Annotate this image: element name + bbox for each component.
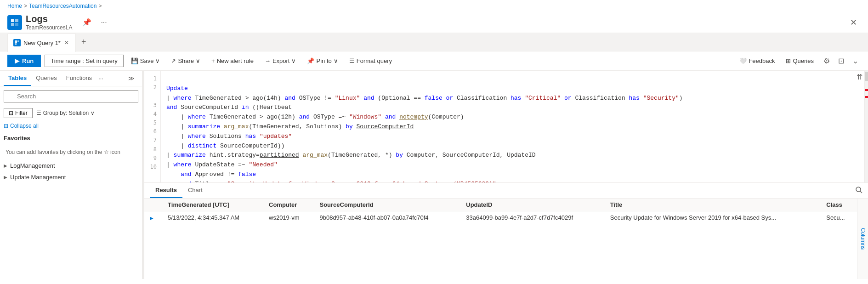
tree-item-log-management[interactable]: ▶ LogManagement [0,160,142,171]
run-button[interactable]: ▶ Run [7,55,41,67]
code-content[interactable]: Update | where TimeGenerated > ago(14h) … [161,71,864,182]
sidebar-content: ⊟ Collapse all Favorites You can add fav… [0,120,142,279]
format-query-button[interactable]: ☰ Format query [346,55,396,67]
row-expand-cell[interactable]: ▶ [144,211,162,224]
col-header-class[interactable]: Class [821,199,857,211]
svg-point-9 [856,187,861,192]
share-button[interactable]: ↗ Share ∨ [167,55,204,67]
expand-button[interactable]: ⌄ [850,54,861,68]
col-header-expand [144,199,162,211]
sidebar-search-area [0,86,142,106]
mini-map [864,71,868,182]
search-input[interactable] [4,90,138,102]
settings-button[interactable]: ⚙ [821,54,832,68]
pin-icon: 📌 [307,57,314,64]
results-table: TimeGenerated [UTC] Computer SourceCompu… [144,199,857,279]
results-search-icon[interactable] [855,186,862,195]
col-header-time-generated[interactable]: TimeGenerated [UTC] [162,199,263,211]
svg-rect-2 [11,23,14,26]
sidebar-tab-tables[interactable]: Tables [4,71,31,86]
sidebar-tab-functions[interactable]: Functions [62,71,96,86]
layout-button[interactable]: ⊡ [836,54,846,68]
tab-new-query-1[interactable]: New Query 1* ✕ [7,34,76,52]
queries-button[interactable]: ⊞ Queries [782,55,817,67]
tree-item-update-management[interactable]: ▶ Update Management [0,171,142,183]
cell-class: Secu... [821,211,857,224]
tree-item-label: LogManagement [10,162,55,169]
columns-label[interactable]: Columns [858,224,868,253]
toolbar-right: 🤍 Feedback ⊞ Queries ⚙ ⊡ ⌄ [736,54,861,68]
cell-time-generated: 5/13/2022, 4:34:45.347 AM [162,211,263,224]
sidebar-tabs-more[interactable]: ··· [96,71,105,86]
export-chevron: ∨ [291,57,296,64]
svg-rect-6 [15,43,17,45]
breadcrumb-resource[interactable]: TeamResourcesAutomation [29,3,96,9]
collapse-icon: ⊟ [4,123,8,129]
svg-rect-0 [11,19,14,22]
tab-close-button[interactable]: ✕ [63,39,70,47]
new-alert-button[interactable]: + New alert rule [208,55,257,67]
col-header-title[interactable]: Title [605,199,821,211]
results-tab-chart[interactable]: Chart [182,183,208,198]
collapse-all-button[interactable]: ⊟ Collapse all [0,120,42,132]
cell-source-computer-id: 9b08d957-ab48-410f-ab07-0a0a74fc70f4 [314,211,460,224]
tab-label: New Query 1* [23,40,61,46]
sidebar-tabs: Tables Queries Functions ··· ≫ [0,71,142,86]
columns-sidebar[interactable]: Columns [857,199,868,279]
pin-to-button[interactable]: 📌 Pin to ∨ [303,55,341,67]
sidebar-tab-queries[interactable]: Queries [31,71,62,86]
app-title-group: Logs TeamResourcesLA [26,14,72,31]
tab-icon [13,39,21,46]
sidebar-filters: ⊡ Filter ☰ Group by: Solution ∨ [0,106,142,120]
cell-title: Security Update for Windows Server 2019 … [605,211,821,224]
editor-area: 1 2 3 4 5 6 7 8 9 10 Update | where Time… [144,71,868,279]
svg-line-10 [860,191,862,193]
cell-computer: ws2019-vm [263,211,314,224]
main-layout: Tables Queries Functions ··· ≫ ⊡ Filter … [0,71,868,279]
more-options-btn[interactable]: ··· [98,17,109,28]
row-expand-icon[interactable]: ▶ [150,216,153,221]
pin-icon-btn[interactable]: 📌 [79,17,94,28]
filter-icon: ⊡ [9,110,13,116]
favorites-header: Favorites [0,132,142,144]
table-row[interactable]: ▶ 5/13/2022, 4:34:45.347 AM ws2019-vm 9b… [144,211,857,224]
breadcrumb-sep2: > [98,3,102,9]
filter-button[interactable]: ⊡ Filter [4,108,33,118]
sidebar-collapse-button[interactable]: ≫ [125,71,138,85]
col-header-update-id[interactable]: UpdateID [460,199,605,211]
time-range-button[interactable]: Time range : Set in query [45,55,123,67]
results-tab-results[interactable]: Results [150,183,182,198]
feedback-button[interactable]: 🤍 Feedback [736,55,778,67]
save-button[interactable]: 💾 Save ∨ [127,55,164,67]
toolbar: ▶ Run Time range : Set in query 💾 Save ∨… [0,51,868,71]
col-header-computer[interactable]: Computer [263,199,314,211]
run-icon: ▶ [15,57,19,64]
app-subtitle: TeamResourcesLA [26,24,72,31]
favorites-empty-message: You can add favorites by clicking on the… [0,144,142,160]
tab-bar: New Query 1* ✕ + [0,33,868,51]
group-by-button[interactable]: ☰ Group by: Solution ∨ [36,110,95,116]
queries-icon: ⊞ [786,57,791,64]
results-area: Results Chart TimeGenerated [UTC] Comput… [144,182,868,279]
share-icon: ↗ [171,57,176,64]
close-button[interactable]: ✕ [846,16,861,29]
chevron-icon: ▶ [4,163,7,168]
svg-rect-5 [17,40,19,42]
save-chevron: ∨ [155,57,160,64]
group-icon: ☰ [36,110,41,116]
save-icon: 💾 [131,57,138,64]
svg-rect-4 [15,40,17,43]
collapse-arrows-button[interactable]: ⇈ [857,73,862,81]
export-icon: → [265,57,271,64]
tree-item-label: Update Management [10,174,66,181]
breadcrumb-home[interactable]: Home [7,3,22,9]
format-icon: ☰ [349,57,355,64]
app-icon [7,15,22,30]
export-button[interactable]: → Export ∨ [261,55,300,67]
add-tab-button[interactable]: + [78,35,90,49]
col-header-source-computer-id[interactable]: SourceComputerId [314,199,460,211]
line-numbers: 1 2 3 4 5 6 7 8 9 10 [144,71,161,182]
code-editor[interactable]: 1 2 3 4 5 6 7 8 9 10 Update | where Time… [144,71,868,182]
results-tabs: Results Chart [144,183,868,199]
svg-rect-3 [15,23,18,26]
